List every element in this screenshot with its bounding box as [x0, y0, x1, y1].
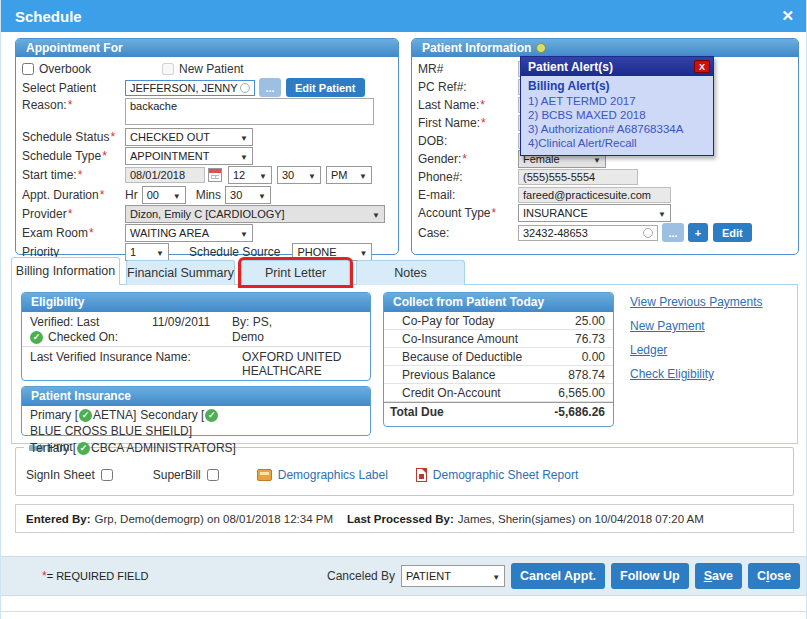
overbook-label: Overbook	[39, 62, 91, 76]
follow-up-button[interactable]: Follow Up	[611, 563, 689, 589]
edit-patient-button[interactable]: Edit Patient	[286, 78, 365, 97]
start-time-label: Start time:*	[22, 168, 125, 182]
new-payment-link[interactable]: New Payment	[630, 319, 763, 333]
cancel-appt-button[interactable]: Cancel Appt.	[511, 563, 605, 589]
last-processed-by-value: James, Sherin(sjames) on 10/04/2018 07:2…	[458, 513, 704, 525]
start-ampm-select[interactable]: PM	[326, 166, 372, 184]
reason-label: Reason:*	[22, 98, 125, 112]
add-case-button[interactable]: +	[688, 223, 708, 242]
alert-item: 3) Authorization# A68768334A	[528, 122, 706, 136]
patient-alerts-popup: Patient Alert(s) X Billing Alert(s) 1) A…	[520, 56, 714, 156]
signin-sheet-checkbox[interactable]	[101, 469, 113, 481]
tab-financial-summary[interactable]: Financial Summary	[126, 260, 235, 285]
ledger-link[interactable]: Ledger	[630, 343, 763, 357]
edit-case-button[interactable]: Edit	[713, 223, 752, 242]
close-icon[interactable]: ✕	[781, 7, 794, 25]
entered-by-value: Grp, Demo(demogrp) on 08/01/2018 12:34 P…	[95, 513, 333, 525]
alert-item-link[interactable]: 4)Clinical Alert/Recall	[528, 136, 706, 150]
dropdown-arrow-icon	[152, 246, 164, 258]
collect-row-label: Because of Deductible	[402, 350, 522, 364]
patient-insurance-panel: Patient Insurance Primary [AETNA] Second…	[21, 386, 371, 436]
gender-label: Gender:*	[418, 152, 518, 166]
search-circle-icon	[240, 83, 250, 93]
tab-billing-information[interactable]: Billing Information	[11, 257, 120, 285]
schedule-dialog: Schedule ✕ Appointment For Overbook New …	[0, 0, 807, 619]
check-icon	[205, 409, 218, 422]
email-input	[518, 187, 671, 203]
duration-mins-select[interactable]: 30	[225, 186, 271, 204]
last-verified-insurance-value: OXFORD UNITED HEALTHCARE	[242, 350, 362, 378]
patient-lookup-button[interactable]: ...	[259, 78, 281, 97]
quick-links: View Previous Payments New Payment Ledge…	[630, 295, 763, 381]
reason-input[interactable]: backache	[125, 98, 374, 125]
superbill-label: SuperBill	[153, 468, 201, 482]
search-circle-icon	[643, 228, 653, 238]
start-date-input	[125, 167, 205, 183]
verified-by-name: Demo	[232, 330, 264, 344]
phone-input	[518, 169, 638, 185]
tertiary-label: Tertiary [	[30, 440, 76, 456]
last-processed-by-label: Last Processed By:	[347, 513, 454, 525]
view-previous-payments-link[interactable]: View Previous Payments	[630, 295, 763, 309]
overbook-checkbox[interactable]	[22, 63, 34, 75]
tab-notes[interactable]: Notes	[356, 260, 465, 285]
start-minute-select[interactable]: 30	[277, 166, 321, 184]
schedule-type-label: Schedule Type*	[22, 149, 125, 163]
dob-label: DOB:	[418, 134, 518, 148]
mins-label: Mins	[196, 188, 221, 202]
collect-row-label: Previous Balance	[402, 368, 495, 382]
calendar-icon[interactable]	[208, 168, 222, 182]
primary-label: Primary [	[30, 407, 78, 423]
check-icon	[77, 442, 90, 455]
billing-information-pane: Eligibility Verified: Last 11/09/2011 By…	[11, 284, 798, 444]
secondary-label: Secondary [	[140, 407, 204, 423]
mr-label: MR#	[418, 62, 518, 76]
close-button[interactable]: Close	[748, 563, 800, 589]
select-patient-input[interactable]	[125, 80, 255, 96]
superbill-checkbox[interactable]	[207, 469, 219, 481]
demographics-label-link[interactable]: Demographics Label	[278, 468, 388, 482]
eligibility-header: Eligibility	[22, 293, 370, 312]
footer-bar: *= REQUIRED FIELD Canceled By PATIENT Ca…	[1, 556, 807, 596]
billing-alerts-heading: Billing Alert(s)	[528, 79, 706, 93]
case-label: Case:	[418, 226, 518, 240]
primary-insurance: AETNA]	[93, 407, 136, 423]
popup-close-button[interactable]: X	[694, 60, 710, 73]
checked-on-label: Checked On:	[48, 330, 118, 344]
dropdown-arrow-icon	[355, 246, 367, 258]
alert-item: 2) BCBS MAXED 2018	[528, 108, 706, 122]
last-name-label: Last Name:*	[418, 98, 518, 112]
pc-ref-label: PC Ref#:	[418, 80, 518, 94]
dialog-bottom-edge	[1, 611, 807, 612]
save-button[interactable]: Save	[695, 563, 742, 589]
schedule-status-select[interactable]: CHECKED OUT	[125, 128, 253, 146]
new-patient-label: New Patient	[179, 62, 244, 76]
audit-bar: Entered By: Grp, Demo(demogrp) on 08/01/…	[15, 504, 794, 533]
case-input[interactable]	[518, 225, 658, 241]
account-type-select[interactable]: INSURANCE	[518, 204, 671, 222]
canceled-by-select[interactable]: PATIENT	[401, 565, 505, 587]
provider-select[interactable]: Dizon, Emily C [CARDIOLOGY]	[125, 205, 385, 223]
collect-header: Collect from Patient Today	[384, 293, 613, 312]
verified-date: 11/09/2011	[152, 315, 232, 329]
verified-label: Verified: Last	[30, 315, 99, 329]
new-patient-checkbox[interactable]	[162, 63, 174, 75]
schedule-type-select[interactable]: APPOINTMENT	[125, 147, 253, 165]
collect-row-label: Co-Insurance Amount	[402, 332, 518, 346]
patient-alerts-title: Patient Alert(s)	[528, 60, 613, 74]
check-icon	[79, 409, 92, 422]
exam-room-select[interactable]: WAITING AREA	[125, 224, 253, 242]
signin-sheet-label: SignIn Sheet	[26, 468, 95, 482]
demographic-sheet-report-link[interactable]: Demographic Sheet Report	[433, 468, 578, 482]
email-label: E-mail:	[418, 188, 518, 202]
first-name-label: First Name:*	[418, 116, 518, 130]
entered-by-label: Entered By:	[26, 513, 91, 525]
phone-label: Phone#:	[418, 170, 518, 184]
alert-indicator-icon[interactable]	[536, 43, 546, 53]
tab-print-letter[interactable]: Print Letter	[241, 260, 350, 285]
eligibility-panel: Eligibility Verified: Last 11/09/2011 By…	[21, 292, 371, 381]
check-eligibility-link[interactable]: Check Eligibility	[630, 367, 763, 381]
start-hour-select[interactable]: 12	[228, 166, 272, 184]
duration-hr-select[interactable]: 00	[142, 186, 186, 204]
case-lookup-button[interactable]: ...	[662, 223, 684, 242]
